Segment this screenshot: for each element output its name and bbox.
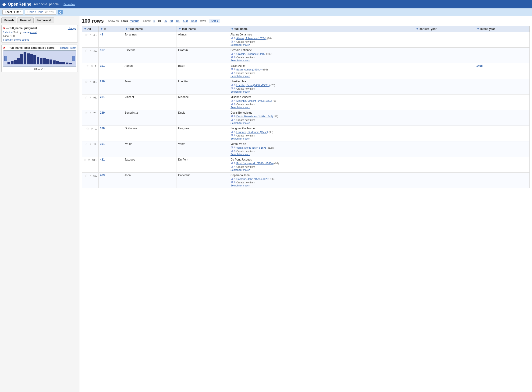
- star-icon[interactable]: ☆: [85, 80, 88, 84]
- match-edit-icon[interactable]: ✎: [233, 37, 236, 40]
- facet-score-dash[interactable]: —: [6, 47, 9, 49]
- facet-histogram[interactable]: [3, 50, 76, 67]
- create-checkbox[interactable]: ☑: [231, 181, 233, 184]
- create-checkbox[interactable]: ☑: [231, 40, 233, 43]
- col-firstname-menu[interactable]: ▼: [125, 28, 128, 30]
- star-icon[interactable]: ☆: [85, 174, 88, 177]
- facet-score-reset[interactable]: reset: [71, 47, 76, 49]
- star-icon[interactable]: ☆: [85, 111, 88, 115]
- match-edit-icon[interactable]: ✎: [233, 68, 236, 71]
- show-1000[interactable]: 1000: [190, 19, 197, 23]
- match-checkbox[interactable]: ☑: [231, 146, 233, 149]
- facet-by-choice-counts[interactable]: Facet by choice counts: [3, 38, 76, 41]
- create-checkbox[interactable]: ☑: [231, 118, 233, 121]
- match-link[interactable]: Ducis, Benedictus (1492c-1544): [236, 115, 273, 118]
- collapse-sidebar-button[interactable]: ❮: [58, 10, 63, 14]
- col-earliestyear-menu[interactable]: ▼: [416, 28, 418, 30]
- col-lastname-menu[interactable]: ▼: [179, 28, 181, 30]
- col-all-menu[interactable]: ▼: [84, 28, 86, 30]
- flag-icon[interactable]: ⚑: [89, 96, 92, 99]
- match-link[interactable]: Grossin, Estienne (14/15): [236, 52, 266, 55]
- match-link[interactable]: Pont, Jacques du (1510c-1546p): [236, 162, 274, 165]
- match-link[interactable]: Coprario, John (1575c-1626): [236, 177, 269, 180]
- match-checkbox[interactable]: ☑: [231, 37, 233, 40]
- star-icon[interactable]: ☆: [86, 64, 89, 68]
- match-checkbox[interactable]: ☑: [231, 115, 233, 118]
- facet-judgment-dash[interactable]: —: [6, 27, 9, 30]
- search-for-match-link[interactable]: Search for match: [231, 168, 250, 171]
- flag-icon[interactable]: ⚑: [91, 65, 93, 68]
- search-for-match-link[interactable]: Search for match: [231, 59, 250, 62]
- create-checkbox[interactable]: ☑: [231, 149, 233, 153]
- match-link[interactable]: Basin, Adrien (1498p+): [236, 68, 262, 71]
- match-edit-icon[interactable]: ✎: [233, 52, 236, 55]
- search-for-match-link[interactable]: Search for match: [231, 184, 250, 187]
- search-for-match-link[interactable]: Search for match: [231, 75, 250, 77]
- create-edit-icon[interactable]: ✎: [233, 103, 236, 106]
- col-latestyear-menu[interactable]: ▼: [477, 28, 480, 30]
- star-icon[interactable]: ☆: [85, 142, 88, 146]
- match-link[interactable]: Faugues, Guillaume (15.sc): [236, 131, 268, 133]
- flag-icon[interactable]: ⚑: [91, 127, 93, 131]
- show-records-btn[interactable]: records: [130, 19, 139, 23]
- match-checkbox[interactable]: ☑: [231, 177, 233, 180]
- match-edit-icon[interactable]: ✎: [233, 131, 236, 133]
- permalink-link[interactable]: Permalink: [63, 3, 75, 6]
- sort-name-btn[interactable]: name: [23, 31, 30, 34]
- match-link[interactable]: Lhéritier, Jean (1480c-1552c): [236, 84, 270, 87]
- histogram-right-handle[interactable]: [72, 56, 75, 61]
- create-checkbox[interactable]: ☑: [231, 71, 233, 75]
- create-checkbox[interactable]: ☑: [231, 134, 233, 137]
- star-icon[interactable]: ☆: [83, 158, 86, 162]
- match-checkbox[interactable]: ☑: [231, 131, 233, 133]
- match-edit-icon[interactable]: ✎: [233, 177, 236, 180]
- col-header-earliest-year[interactable]: ▼ earliest_year: [414, 26, 475, 32]
- star-icon[interactable]: ☆: [86, 127, 89, 131]
- match-checkbox[interactable]: ☑: [231, 84, 233, 87]
- match-edit-icon[interactable]: ✎: [233, 146, 236, 149]
- match-link[interactable]: Alanus, Johannes (1373+): [236, 37, 266, 40]
- col-header-id[interactable]: ▼ id: [99, 26, 123, 32]
- reset-all-button[interactable]: Reset all: [18, 18, 34, 23]
- col-header-latest-year[interactable]: ▼ latest_year: [475, 26, 529, 32]
- search-for-match-link[interactable]: Search for match: [231, 90, 250, 93]
- create-checkbox[interactable]: ☑: [231, 165, 233, 168]
- match-link[interactable]: Vento, Ivo de (1544c-1575): [236, 146, 267, 149]
- flag-icon[interactable]: ⚑: [89, 174, 92, 177]
- facet-judgment-close[interactable]: ✕: [3, 27, 5, 30]
- match-checkbox[interactable]: ☑: [231, 99, 233, 102]
- flag-icon[interactable]: ⚑: [89, 49, 92, 52]
- star-icon[interactable]: ☆: [85, 95, 88, 99]
- match-checkbox[interactable]: ☑: [231, 52, 233, 55]
- create-edit-icon[interactable]: ✎: [233, 149, 236, 153]
- col-id-menu[interactable]: ▼: [100, 28, 103, 30]
- show-100[interactable]: 100: [176, 19, 180, 23]
- create-edit-icon[interactable]: ✎: [233, 71, 236, 75]
- facet-score-close[interactable]: ✕: [3, 47, 5, 49]
- histogram-left-handle[interactable]: [4, 56, 7, 61]
- flag-icon[interactable]: ⚑: [89, 80, 92, 84]
- col-header-first-name[interactable]: ▼ first_name: [123, 26, 176, 32]
- flag-icon[interactable]: ⚑: [88, 159, 90, 162]
- match-checkbox[interactable]: ☑: [231, 162, 233, 165]
- search-for-match-link[interactable]: Search for match: [231, 43, 250, 46]
- col-header-last-name[interactable]: ▼ last_name: [176, 26, 229, 32]
- sort-count-btn[interactable]: count: [30, 31, 37, 34]
- search-for-match-link[interactable]: Search for match: [231, 153, 250, 156]
- star-icon[interactable]: ☆: [85, 33, 88, 37]
- create-checkbox[interactable]: ☑: [231, 103, 233, 106]
- show-500[interactable]: 500: [183, 19, 188, 23]
- facet-filter-button[interactable]: Facet / Filter: [2, 9, 23, 15]
- create-edit-icon[interactable]: ✎: [233, 118, 236, 121]
- col-header-full-name[interactable]: ▼ full_name: [229, 26, 414, 32]
- show-5[interactable]: 5: [153, 19, 155, 23]
- create-edit-icon[interactable]: ✎: [233, 165, 236, 168]
- show-25[interactable]: 25: [164, 19, 167, 23]
- create-checkbox[interactable]: ☑: [231, 56, 233, 59]
- remove-all-button[interactable]: Remove all: [35, 18, 54, 23]
- match-checkbox[interactable]: ☑: [231, 68, 233, 71]
- create-checkbox[interactable]: ☑: [231, 87, 233, 90]
- match-link[interactable]: Misonne, Vincent (1490c-1550): [236, 99, 272, 102]
- refresh-button[interactable]: Refresh: [1, 18, 16, 23]
- search-for-match-link[interactable]: Search for match: [231, 106, 250, 109]
